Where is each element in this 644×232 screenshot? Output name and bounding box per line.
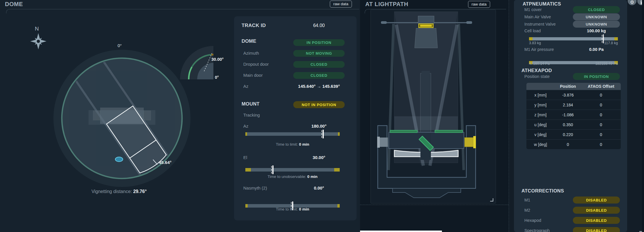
mount-az-label: Az (243, 124, 249, 129)
m1-air-pressure-min: 47160.14 Pa (529, 62, 550, 66)
spectrograph-correction-label: Spectrograph (524, 228, 550, 232)
dome-header-rule (6, 9, 359, 13)
cell-load-value: 100.00 kg (573, 28, 620, 33)
mount-az-slider[interactable] (245, 132, 340, 136)
nasmyth1-port-cap (377, 137, 380, 148)
compass-north-label: N (35, 26, 39, 32)
dome-raw-data-button[interactable]: raw data (330, 1, 352, 8)
cell-load-label: Cell load (524, 28, 541, 33)
hexapod-correction-label: Hexapod (524, 218, 541, 223)
main-air-valve-status-badge: UNKNOWN (573, 13, 620, 20)
mount-az-note: Time to limit: 0 min (245, 142, 340, 147)
mount-nasmyth-note: Time to limit: 0 min (245, 207, 340, 211)
lightpath-module-title: AT LIGHTPATH (365, 1, 408, 8)
position-state-label: Position state (524, 74, 550, 79)
right-scroll-gutter[interactable] (642, 0, 644, 232)
elevation-gauge-label: 30.00° (211, 57, 224, 62)
dome-az-value: 145.640° → 145.639° (293, 84, 345, 89)
mount-nasmyth-label: Nasmyth (2) (243, 185, 267, 190)
track-id-value: 64.00 (293, 23, 345, 28)
mount-el-label: El (243, 155, 247, 160)
dome-az-label: Az (243, 84, 249, 89)
m1-cover-petal-left (390, 130, 417, 133)
cell-load-slider[interactable] (529, 37, 618, 40)
mount-el-slider[interactable] (245, 168, 340, 172)
m1-cover-status-badge: CLOSED (573, 6, 620, 13)
nasmyth2-port (465, 138, 473, 147)
m1-correction-label: M1 (524, 198, 530, 202)
table-row-y: y [mm]2.1840 (526, 100, 621, 110)
position-state-badge: IN POSITION (573, 73, 620, 80)
athexapod-title: ATHEXAPOD (521, 68, 552, 73)
tracking-label: Tracking (243, 113, 260, 117)
m2-assembly (418, 16, 434, 24)
position-column-header: Position (555, 84, 581, 89)
telemetry-card: TRACK ID 64.00 DOME IN POSITION Azimuth … (234, 16, 357, 220)
m2-correction-label: M2 (524, 208, 530, 213)
dome-azimuth-top-label: 0° (118, 43, 122, 48)
dropout-door-row-label: Dropout door (243, 62, 269, 67)
vignetting-distance-label: Vignetting distance: (91, 189, 133, 194)
azimuth-status-badge: NOT MOVING (293, 50, 345, 57)
dome-module: DOME raw data N (0, 0, 360, 232)
mount-base (393, 188, 461, 198)
track-id-label: TRACK ID (242, 23, 266, 28)
lightpath-module: AT LIGHTPATH raw data (360, 0, 509, 232)
m1-air-pressure-max: 182159.49 Pa (595, 62, 618, 66)
ataos-offset-column-header: ATAOS Offset (581, 84, 621, 89)
m1-cover-label: M1 cover (524, 7, 542, 12)
lightpath-raw-data-button[interactable]: raw data (468, 1, 490, 8)
m2-baffle (415, 28, 438, 48)
atcorrections-title: ATCORRECTIONS (521, 188, 564, 194)
table-row-v: v [deg]0.2200 (526, 129, 621, 139)
cell-load-marker[interactable] (603, 34, 604, 43)
dome-feature-marker (115, 157, 123, 162)
m1-air-pressure-value: 0.00 Pa (573, 47, 620, 52)
telescope-lightpath-diagram (366, 11, 495, 204)
cell-load-min: 3.83 kg (529, 41, 541, 45)
table-row-u: u [deg]0.3500 (526, 119, 621, 129)
dome-status-badge: IN POSITION (293, 39, 345, 46)
main-door-row-label: Main door (243, 73, 263, 78)
dropout-door-status-badge: CLOSED (293, 61, 345, 68)
hexapod-correction-badge: DISABLED (573, 217, 620, 224)
table-row-z: z [mm]-1.0860 (526, 110, 621, 119)
main-door-status-badge: CLOSED (293, 72, 345, 79)
main-air-valve-label: Main Air Valve (524, 15, 551, 19)
dome-module-title: DOME (5, 1, 23, 8)
vignetting-distance-value: 29.76° (133, 189, 147, 194)
m1-cover-petal-right (435, 130, 463, 133)
lightpath-right-divider (509, 0, 509, 232)
mount-az-value: 180.00° (293, 124, 345, 129)
table-row-w: w [deg]00 (526, 139, 621, 149)
telescope-dashboard: DOME raw data N (0, 0, 644, 232)
table-row-x: x [mm]-3.8760 (526, 90, 621, 100)
mount-nasmyth-value: 0.00° (293, 185, 345, 190)
mount-el-note: Time to unobservable: 0 min (245, 174, 340, 179)
nasmyth2-port-cap (473, 136, 476, 148)
m1-correction-badge: DISABLED (573, 197, 620, 204)
mount-az-marker[interactable] (323, 130, 324, 138)
elevation-gauge (170, 42, 222, 83)
atpneumatics-title: ATPNEUMATICS (523, 1, 561, 7)
dome-section-title: DOME (242, 38, 256, 44)
m1-air-pressure-label: M1 Air pressure (524, 47, 554, 52)
hexapod-table-header: Position ATAOS Offset (526, 83, 621, 90)
lightpath-bottom-divider (360, 205, 509, 205)
spectrograph-correction-badge: DISABLED (573, 227, 620, 232)
dome-azimuth-value-label: 45.64° (159, 160, 172, 165)
right-module: ATPNEUMATICS M1 cover CLOSED Main Air Va… (509, 0, 644, 232)
azimuth-row-label: Azimuth (243, 51, 259, 56)
instrument-valve-status-badge: UNKNOWN (573, 21, 620, 28)
mount-section-title: MOUNT (242, 101, 260, 107)
hexapod-table: Position ATAOS Offset x [mm]-3.8760 y [m… (526, 83, 621, 149)
mount-status-badge: NOT IN POSITION (293, 101, 345, 108)
elevation-gauge-zero-label: 0° (215, 75, 219, 80)
bottom-edge-strip (360, 231, 442, 232)
gear-icon: ⚙ (630, 0, 634, 5)
instrument-valve-label: Instrument Valve (524, 22, 556, 26)
vignetting-distance: Vignetting distance: 29.76° (67, 189, 171, 194)
mount-el-value: 30.00° (293, 155, 345, 160)
cell-load-max: 117.8 kg (604, 41, 618, 45)
mount-el-marker[interactable] (272, 165, 274, 174)
